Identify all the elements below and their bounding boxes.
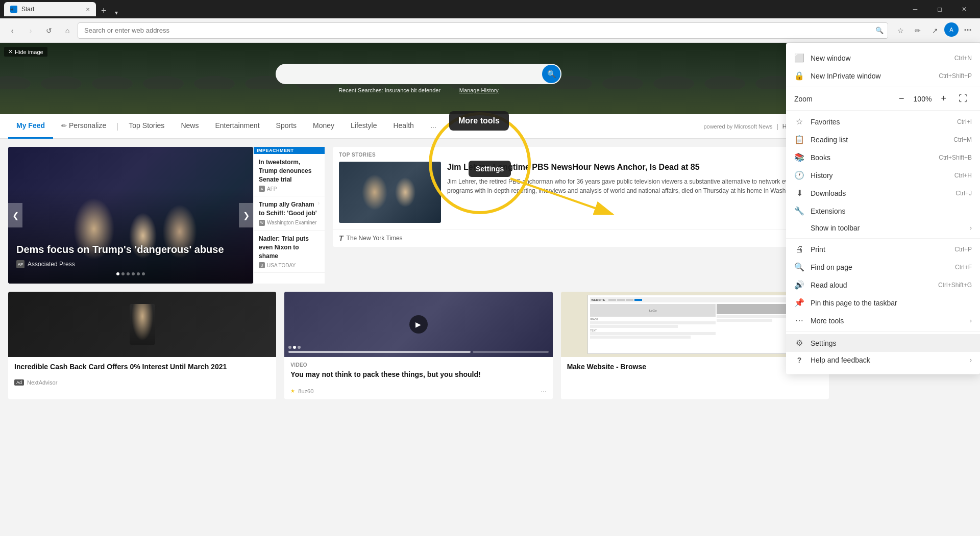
nav-personalize[interactable]: ✏ Personalize: [53, 114, 114, 139]
card-cashback-body: Incredible Cash Back Card Offers 0% Inte…: [8, 357, 276, 376]
impeachment-tag: IMPEACHMENT: [254, 147, 325, 154]
menu-extensions[interactable]: 🔧 Extensions: [786, 202, 980, 220]
menu-show-toolbar[interactable]: Show in toolbar ›: [786, 220, 980, 236]
menu-favorites[interactable]: ☆ Favorites Ctrl+I: [786, 113, 980, 131]
active-tab[interactable]: e Start ✕: [4, 2, 96, 16]
nav-separator-2: |: [777, 123, 778, 130]
menu-downloads[interactable]: ⬇ Downloads Ctrl+J: [786, 184, 980, 202]
nav-news[interactable]: News: [173, 114, 207, 139]
side-story-1-source: A AFP: [259, 186, 320, 192]
top-stories-column: TOP STORIES Jim Lehrer, Longtime PBS New…: [333, 147, 829, 284]
zoom-fullscreen-button[interactable]: ⛶: [954, 92, 972, 105]
menu-help[interactable]: ? Help and feedback ›: [786, 352, 980, 368]
menu-history[interactable]: 🕐 History Ctrl+H: [786, 166, 980, 184]
card-cashback[interactable]: Incredible Cash Back Card Offers 0% Inte…: [8, 292, 276, 399]
card-video-body: VIDEO You may not think to pack these th…: [284, 357, 552, 384]
hero-section: ✕ Hide image 🔍 Recent Searches: Insuranc…: [0, 43, 837, 114]
menu-read-aloud[interactable]: 🔊 Read aloud Ctrl+Shift+G: [786, 276, 980, 294]
play-button[interactable]: ▶: [409, 315, 428, 334]
menu-reading-list[interactable]: 📋 Reading list Ctrl+M: [786, 131, 980, 148]
tab-title: Start: [21, 6, 34, 13]
close-button[interactable]: ✕: [952, 2, 976, 16]
top-story-image: [339, 162, 441, 223]
pencil-icon: ✏: [61, 122, 67, 130]
back-button[interactable]: ‹: [4, 22, 20, 39]
nav-money[interactable]: Money: [305, 114, 342, 139]
restore-button[interactable]: ◻: [928, 2, 951, 16]
card-cashback-footer: Ad NextAdvisor: [8, 376, 276, 390]
nav-top-stories[interactable]: Top Stories: [120, 114, 173, 139]
inprivate-label: New InPrivate window: [811, 72, 933, 80]
nav-sports[interactable]: Sports: [268, 114, 305, 139]
hero-search-button[interactable]: 🔍: [542, 65, 560, 83]
address-search-icon: 🔍: [875, 27, 884, 34]
forward-button[interactable]: ›: [22, 22, 39, 39]
read-aloud-label: Read aloud: [811, 281, 932, 289]
extensions-icon: 🔧: [794, 206, 804, 216]
nav-lifestyle[interactable]: Lifestyle: [342, 114, 385, 139]
minimize-button[interactable]: ─: [903, 2, 927, 16]
read-aloud-icon: 🔊: [794, 280, 804, 290]
carousel-dots: [16, 272, 245, 275]
more-button[interactable]: ···: [960, 22, 976, 39]
zoom-control: Zoom − 100% + ⛶: [786, 89, 980, 108]
top-story-card[interactable]: TOP STORIES Jim Lehrer, Longtime PBS New…: [333, 147, 829, 247]
more-tools-icon: ⋯: [794, 316, 804, 325]
featured-title: Dems focus on Trump's 'dangerous' abuse: [16, 243, 245, 256]
tab-close-button[interactable]: ✕: [86, 7, 90, 12]
home-button[interactable]: ⌂: [59, 22, 76, 39]
menu-section-tools: 🖨 Print Ctrl+P 🔍 Find on page Ctrl+F 🔊 R…: [786, 239, 980, 332]
nav-more[interactable]: ...: [422, 114, 445, 139]
menu-section-zoom: Zoom − 100% + ⛶: [786, 87, 980, 111]
notes-icon-button[interactable]: ✏: [910, 22, 926, 39]
hero-search-input[interactable]: [276, 64, 561, 84]
card-video-tag: VIDEO: [290, 362, 546, 368]
card-video-source: ★ 8uz60: [290, 388, 313, 394]
featured-article[interactable]: ❮ ❯ Dems focus on Trump's 'dangerous' ab…: [8, 147, 253, 284]
menu-inprivate[interactable]: 🔒 New InPrivate window Ctrl+Shift+P: [786, 67, 980, 85]
tab-area: e Start ✕ + ▾: [4, 2, 897, 16]
tab-menu-button[interactable]: ▾: [112, 9, 121, 16]
refresh-button[interactable]: ↺: [41, 22, 57, 39]
card-website-title: Make Website - Browse: [567, 362, 823, 372]
favorites-icon-button[interactable]: ☆: [892, 22, 909, 39]
buzz60-icon: ★: [290, 388, 295, 394]
top-story-header: TOP STORIES: [333, 147, 829, 158]
find-shortcut: Ctrl+F: [955, 264, 972, 271]
featured-caption: Dems focus on Trump's 'dangerous' abuse …: [8, 235, 253, 284]
hide-image-button[interactable]: ✕ Hide image: [4, 47, 47, 57]
nav-my-feed[interactable]: My Feed: [8, 114, 53, 139]
zoom-plus-button[interactable]: +: [937, 92, 950, 105]
menu-section-favorites: ☆ Favorites Ctrl+I 📋 Reading list Ctrl+M…: [786, 111, 980, 239]
menu-books[interactable]: 📚 Books Ctrl+Shift+B: [786, 148, 980, 166]
card-website-footer: [561, 376, 829, 384]
carousel-next-button[interactable]: ❯: [239, 203, 253, 227]
carousel-prev-button[interactable]: ❮: [8, 203, 22, 227]
reading-list-icon: 📋: [794, 135, 804, 144]
books-label: Books: [811, 154, 933, 162]
menu-find[interactable]: 🔍 Find on page Ctrl+F: [786, 258, 980, 276]
card-video[interactable]: ▶ VIDEO You may not think to pack these …: [284, 292, 552, 399]
tab-favicon: e: [10, 6, 17, 13]
card-cashback-source: Ad NextAdvisor: [14, 379, 57, 386]
menu-more-tools[interactable]: ⋯ More tools ›: [786, 312, 980, 329]
card-video-more[interactable]: ···: [541, 387, 547, 395]
menu-new-window[interactable]: ⬜ New window Ctrl+N: [786, 49, 980, 67]
address-input[interactable]: [84, 27, 869, 34]
nav-entertainment[interactable]: Entertainment: [207, 114, 267, 139]
menu-settings[interactable]: ⚙ Settings: [786, 334, 980, 352]
side-story-2[interactable]: Trump ally Graham to Schiff: 'Good job' …: [254, 196, 325, 231]
zoom-minus-button[interactable]: −: [895, 92, 909, 105]
nav-health[interactable]: Health: [385, 114, 422, 139]
menu-pin-taskbar[interactable]: 📌 Pin this page to the taskbar: [786, 294, 980, 312]
print-label: Print: [811, 245, 948, 253]
side-story-3[interactable]: Nadler: Trial puts even Nixon to shame U…: [254, 231, 325, 273]
side-story-1[interactable]: In tweetstorm, Trump denounces Senate tr…: [254, 154, 325, 196]
search-container: 🔍 Recent Searches: Insurance bit defende…: [276, 64, 561, 93]
menu-print[interactable]: 🖨 Print Ctrl+P: [786, 241, 980, 258]
browser-navbar: ‹ › ↺ ⌂ 🔍 ☆ ✏ ↗ A ···: [0, 18, 980, 43]
featured-source: AP Associated Press: [16, 260, 245, 268]
share-icon-button[interactable]: ↗: [927, 22, 943, 39]
profile-avatar[interactable]: A: [944, 22, 959, 37]
new-tab-button[interactable]: +: [98, 6, 110, 16]
